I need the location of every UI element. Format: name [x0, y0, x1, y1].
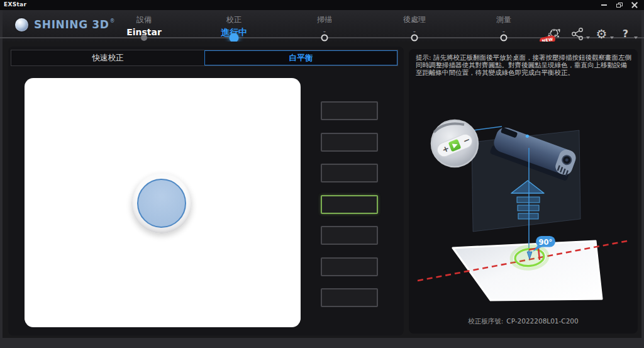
camera-preview	[25, 78, 301, 327]
gear-icon[interactable]: ⚙	[593, 25, 610, 42]
progress-dot-measure	[501, 35, 508, 42]
help-icon[interactable]: ?	[617, 25, 634, 42]
progress-dot-device	[141, 35, 147, 41]
board-serial-label: 校正板序號:	[468, 317, 503, 325]
shining3d-globe-icon	[15, 18, 28, 31]
window-title: EXStar	[4, 1, 26, 8]
calibration-tabbar: 快速校正 白平衡	[11, 50, 398, 66]
workflow-step-postprocess[interactable]: 後處理 -	[370, 14, 458, 36]
alignment-target-circle	[131, 173, 192, 233]
board-serial: 校正板序號:CP-2022208L01-C200	[409, 317, 638, 326]
distance-slot	[321, 164, 378, 182]
tab-white-balance[interactable]: 白平衡	[204, 50, 397, 65]
share-icon[interactable]	[569, 25, 586, 42]
community-icon[interactable]: NEW	[545, 25, 562, 42]
nav-icon-cluster: NEW ⚙ ?	[545, 25, 634, 42]
window-controls	[601, 0, 638, 10]
chevron-down-icon	[586, 36, 590, 39]
alignment-target-inner	[137, 179, 186, 228]
progress-dot-scan	[321, 35, 328, 42]
brand-name: SHINING 3D	[34, 17, 109, 33]
distance-slot	[321, 288, 378, 307]
progress-dot-postprocess	[411, 35, 418, 42]
calibration-panel: 快速校正 白平衡	[8, 47, 404, 335]
tab-quick-calibration[interactable]: 快速校正	[11, 50, 204, 65]
distance-slot	[321, 133, 378, 152]
restore-icon[interactable]	[616, 3, 622, 8]
minimize-icon[interactable]	[601, 4, 607, 6]
chevron-down-icon	[634, 36, 638, 39]
chevron-down-icon	[610, 36, 614, 39]
close-icon[interactable]	[631, 2, 638, 8]
distance-slot	[321, 257, 378, 276]
navbar: SHINING 3D ® 設備 Einstar 校正 進行中 掃描 - 後處理 …	[3, 10, 641, 42]
workflow-step-scan[interactable]: 掃描 -	[280, 14, 369, 36]
distance-slot-active	[321, 195, 378, 214]
angle-label: 90°	[539, 238, 553, 247]
white-balance-illustration: + −	[409, 81, 638, 313]
workflow-step-device[interactable]: 設備 Einstar	[100, 14, 188, 37]
distance-slot	[321, 101, 378, 120]
board-serial-value: CP-2022208L01-C200	[506, 317, 578, 325]
workflow-step-measure[interactable]: 測量 -	[460, 14, 548, 36]
main-content: 快速校正 白平衡 提示: 請先將校正板翻面後平放於桌面，接著按壓掃描按鈕後觀察畫…	[3, 42, 641, 338]
titlebar: EXStar	[0, 0, 644, 10]
distance-slot	[321, 226, 378, 245]
instruction-panel: 提示: 請先將校正板翻面後平放於桌面，接著按壓掃描按鈕後觀察畫面左側同時調整掃描…	[409, 49, 638, 334]
hint-text: 提示: 請先將校正板翻面後平放於桌面，接著按壓掃描按鈕後觀察畫面左側同時調整掃描…	[416, 54, 632, 77]
distance-bar	[321, 101, 378, 320]
